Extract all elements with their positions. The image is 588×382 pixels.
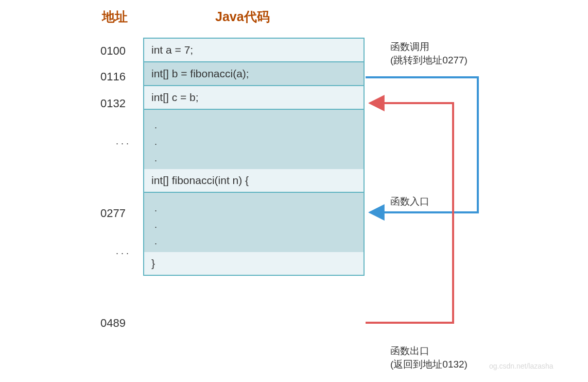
memory-call-diagram: 地址 Java代码 int a = 7; int[] b = fibonacci… [0, 0, 588, 382]
annotation-call: 函数调用 (跳转到地址0277) [390, 40, 468, 67]
addr-0: 0100 [100, 44, 126, 58]
code-row-3-dots: . . . [144, 110, 364, 169]
watermark: og.csdn.net/lazasha [489, 362, 554, 370]
addr-6: 0489 [100, 317, 126, 330]
code-table: int a = 7; int[] b = fibonacci(a); int[]… [143, 38, 365, 276]
addr-dots-2: . . . [116, 243, 129, 259]
code-row-0: int a = 7; [144, 39, 364, 62]
arrow-return [366, 103, 453, 323]
header-code-label: Java代码 [215, 8, 270, 25]
addr-1: 0116 [100, 70, 126, 84]
header-address-label: 地址 [102, 8, 128, 25]
code-row-1: int[] b = fibonacci(a); [144, 62, 364, 86]
arrow-call [366, 77, 478, 212]
code-row-2: int[] c = b; [144, 86, 364, 110]
code-row-5-dots: . . . [144, 193, 364, 252]
addr-2: 0132 [100, 97, 126, 110]
code-row-6: } [144, 252, 364, 275]
annotation-exit: 函数出口 (返回到地址0132) [390, 344, 468, 371]
code-row-4: int[] fibonacci(int n) { [144, 169, 364, 193]
addr-dots-1: . . . [116, 133, 129, 150]
annotation-entry: 函数入口 [390, 195, 429, 208]
addr-4: 0277 [100, 207, 126, 220]
